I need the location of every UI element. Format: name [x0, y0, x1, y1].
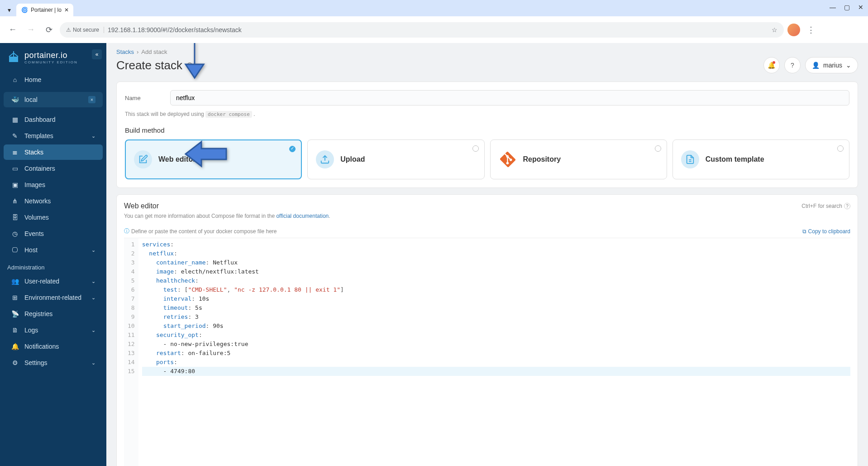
sidebar-item-events[interactable]: ◷Events [4, 226, 103, 241]
events-icon: ◷ [11, 230, 19, 238]
upload-icon [316, 150, 334, 168]
annotation-arrow-method [183, 140, 229, 169]
edit-icon [134, 150, 152, 168]
bell-icon: 🔔 [11, 342, 19, 351]
help-icon: ? [791, 62, 794, 69]
sidebar-item-templates[interactable]: ✎Templates⌄ [4, 128, 103, 144]
breadcrumb: Stacks › Add stack [116, 48, 167, 55]
help-icon[interactable]: ? [844, 203, 850, 209]
window-minimize-icon[interactable]: — [830, 4, 836, 11]
star-icon[interactable]: ☆ [772, 26, 777, 34]
browser-tab[interactable]: 🌀 Portainer | lo ✕ [16, 4, 73, 16]
reload-button[interactable]: ⟳ [42, 23, 56, 37]
home-icon: ⌂ [11, 76, 19, 84]
sidebar-item-volumes[interactable]: 🗄Volumes [4, 210, 103, 225]
close-icon[interactable]: ✕ [64, 7, 69, 13]
networks-icon: ⋔ [11, 197, 19, 205]
sidebar-item-environments[interactable]: ⊞Environment-related⌄ [4, 290, 103, 305]
sidebar-item-notifications[interactable]: 🔔Notifications [4, 339, 103, 354]
sidebar-env-local[interactable]: 🐳 local × [4, 92, 103, 107]
brand-edition: COMMUNITY EDITION [24, 60, 78, 64]
sidebar-item-images[interactable]: ▣Images [4, 177, 103, 192]
editor-title: Web editor [124, 202, 159, 210]
radio-icon [837, 145, 844, 152]
annotation-arrow-name [179, 43, 210, 82]
deploy-hint: This stack will be deployed using docker… [125, 111, 849, 117]
close-icon[interactable]: × [88, 96, 95, 103]
docker-icon: 🐳 [11, 96, 19, 104]
chevron-down-icon: ⌄ [91, 133, 95, 139]
code-editor[interactable]: 123456789101112131415 services: netflux:… [124, 238, 850, 466]
user-icon: 👤 [812, 62, 820, 69]
favicon-icon: 🌀 [21, 6, 28, 14]
name-label: Name [125, 95, 152, 101]
sidebar-item-settings[interactable]: ⚙Settings⌄ [4, 355, 103, 370]
radio-icon [472, 145, 479, 152]
official-docs-link[interactable]: official documentation [276, 213, 329, 219]
build-method-label: Build method [125, 126, 849, 134]
profile-avatar[interactable] [787, 24, 800, 36]
browser-menu-icon[interactable]: ⋮ [804, 23, 818, 37]
chevron-down-icon: ⌄ [91, 295, 95, 301]
users-icon: 👥 [11, 277, 19, 285]
git-icon [499, 150, 517, 168]
sidebar-section-admin: Administration [0, 259, 106, 273]
logs-icon: 🗎 [11, 326, 19, 334]
sidebar-item-logs[interactable]: 🗎Logs⌄ [4, 322, 103, 338]
window-maximize-icon[interactable]: ▢ [844, 4, 850, 11]
copy-to-clipboard-button[interactable]: ⧉ Copy to clipboard [802, 228, 850, 235]
back-button[interactable]: ← [5, 23, 20, 37]
sidebar-item-stacks[interactable]: ≣Stacks [4, 144, 103, 160]
chevron-down-icon: ⌄ [846, 62, 851, 69]
help-button[interactable]: ? [784, 57, 801, 73]
notification-dot-icon [773, 61, 775, 64]
volumes-icon: 🗄 [11, 213, 19, 221]
method-repository[interactable]: Repository [490, 139, 667, 179]
copy-icon: ⧉ [802, 228, 806, 235]
not-secure-badge[interactable]: ⚠ Not secure [66, 27, 104, 33]
containers-icon: ▭ [11, 164, 19, 173]
sidebar-item-containers[interactable]: ▭Containers [4, 161, 103, 176]
chevron-down-icon: ⌄ [91, 279, 95, 284]
method-upload[interactable]: Upload [307, 139, 484, 179]
compose-placeholder-hint: Define or paste the content of your dock… [131, 228, 277, 235]
stacks-icon: ≣ [11, 148, 19, 156]
template-icon [681, 150, 699, 168]
warning-icon: ⚠ [66, 27, 71, 33]
main-content: Stacks › Add stack Create stack ⟳ 🔔 ? 👤 … [106, 43, 868, 466]
sidebar-item-dashboard[interactable]: ▦Dashboard [4, 112, 103, 127]
breadcrumb-current: Add stack [141, 48, 167, 55]
stack-form-card: Name This stack will be deployed using d… [116, 82, 858, 188]
tab-list-dropdown[interactable]: ▾ [4, 4, 14, 16]
brand-logo[interactable]: portainer.io COMMUNITY EDITION [0, 48, 106, 71]
name-input[interactable] [170, 90, 849, 106]
code-content[interactable]: services: netflux: container_name: Netfl… [138, 238, 850, 466]
editor-doc-hint: You can get more information about Compo… [124, 213, 850, 219]
forward-button[interactable]: → [24, 23, 38, 37]
radio-icon [289, 146, 296, 152]
notifications-button[interactable]: 🔔 [763, 57, 780, 73]
sidebar-item-home[interactable]: ⌂ Home [4, 72, 103, 87]
gear-icon: ⚙ [11, 359, 19, 367]
url-text: 192.168.1.18:9000/#!/2/docker/stacks/new… [108, 26, 242, 34]
web-editor-card: Web editor Ctrl+F for search ? You can g… [116, 194, 858, 466]
tab-title: Portainer | lo [31, 7, 62, 13]
images-icon: ▣ [11, 181, 19, 189]
sidebar-item-users[interactable]: 👥User-related⌄ [4, 274, 103, 289]
address-bar[interactable]: ⚠ Not secure 192.168.1.18:9000/#!/2/dock… [60, 22, 784, 38]
sidebar-item-networks[interactable]: ⋔Networks [4, 193, 103, 209]
method-custom-template[interactable]: Custom template [672, 139, 849, 179]
chevron-down-icon: ⌄ [91, 247, 95, 253]
breadcrumb-stacks[interactable]: Stacks [116, 48, 134, 55]
svg-rect-0 [9, 57, 18, 62]
collapse-sidebar-button[interactable]: « [92, 49, 102, 59]
window-close-icon[interactable]: ✕ [858, 4, 863, 11]
portainer-logo-icon [6, 50, 21, 65]
sidebar-item-host[interactable]: 🖵Host⌄ [4, 242, 103, 258]
user-menu-button[interactable]: 👤 marius ⌄ [805, 57, 858, 73]
dashboard-icon: ▦ [11, 115, 19, 124]
browser-chrome: ▾ 🌀 Portainer | lo ✕ ← → ⟳ ⚠ Not secure … [0, 0, 868, 43]
templates-icon: ✎ [11, 132, 19, 140]
sidebar-item-registries[interactable]: 📡Registries [4, 306, 103, 322]
environments-icon: ⊞ [11, 293, 19, 302]
